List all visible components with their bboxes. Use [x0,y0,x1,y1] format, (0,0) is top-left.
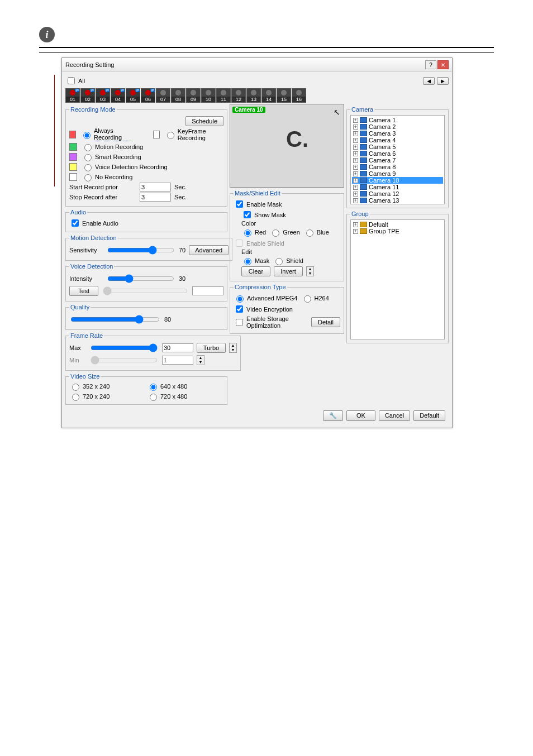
tool-button[interactable]: 🔧 [323,410,343,421]
smart-recording-option[interactable]: Smart Recording [82,152,141,161]
test-button[interactable]: Test [69,286,98,296]
ok-button[interactable]: OK [346,410,375,421]
no-recording-option[interactable]: No Recording [82,173,132,181]
videosize-option-1[interactable]: 640 x 480 [147,382,223,391]
edit-mode-mask[interactable]: Mask [241,256,269,265]
expand-icon[interactable]: + [353,222,358,227]
always-recording-option[interactable]: Always Recording [80,127,132,141]
keyframe-recording-option[interactable]: KeyFrame Recording [164,128,223,141]
camera-chip-10[interactable]: 10 [201,88,216,103]
camera-chip-04[interactable]: IP04 [111,88,125,103]
expand-icon[interactable]: + [353,178,358,183]
videosize-option-2[interactable]: 720 x 240 [69,392,146,401]
expand-icon[interactable]: + [353,198,358,203]
compression-advancedmpeg4[interactable]: Advanced MPEG4 [234,294,298,303]
camera-tree-item[interactable]: +Camera 13 [352,197,443,204]
videosize-option-0[interactable]: 352 x 240 [69,382,146,391]
camera-tree-item[interactable]: +Camera 9 [352,170,443,177]
help-button[interactable]: ? [425,60,436,69]
group-tree-item[interactable]: +Group TPE [352,228,443,235]
camera-tree-item[interactable]: +Camera 2 [352,123,443,130]
camera-tree-item[interactable]: +Camera 3 [352,130,443,137]
camera-chip-12[interactable]: 12 [231,88,246,103]
expand-icon[interactable]: + [353,131,358,136]
advanced-button[interactable]: Advanced [189,245,229,255]
camera-chip-02[interactable]: IP02 [80,88,95,103]
edit-mode-shield[interactable]: Shield [273,256,303,265]
camera-tree[interactable]: +Camera 1+Camera 2+Camera 3+Camera 4+Cam… [350,115,445,204]
expand-icon[interactable]: + [353,125,358,130]
camera-chip-13[interactable]: 13 [246,88,261,103]
mask-color-blue[interactable]: Blue [303,228,329,237]
turbo-button[interactable]: Turbo [197,343,226,353]
camera-tree-item[interactable]: +Camera 7 [352,157,443,164]
sensitivity-slider[interactable] [107,246,174,255]
expand-icon[interactable]: + [353,138,358,143]
compression-h264[interactable]: H264 [301,294,329,303]
camera-tree-item[interactable]: +Camera 14 [352,204,443,204]
expand-icon[interactable]: + [353,171,358,176]
camera-chip-11[interactable]: 11 [216,88,231,103]
group-tree-item[interactable]: +Defualt [352,221,443,228]
clear-button[interactable]: Clear [241,266,270,276]
expand-icon[interactable]: + [353,145,358,150]
camera-tree-item[interactable]: +Camera 4 [352,137,443,143]
group-tree[interactable]: +Defualt+Group TPE [350,219,445,339]
camera-chip-05[interactable]: IP05 [126,88,140,103]
motion-recording-option[interactable]: Motion Recording [82,142,143,151]
camera-chip-08[interactable]: 08 [171,88,185,103]
camera-tree-item[interactable]: +Camera 5 [352,143,443,150]
all-checkbox-input[interactable] [68,77,75,84]
stop-record-after-input[interactable] [140,193,171,202]
enable-shield-checkbox[interactable]: Enable Shield [234,238,340,248]
camera-tree-item[interactable]: +Camera 1 [352,117,443,123]
default-button[interactable]: Default [413,410,445,421]
camera-chip-01[interactable]: IP01 [65,88,80,103]
camera-chip-06[interactable]: IP06 [141,88,155,103]
schedule-button[interactable]: Schedule [185,116,223,126]
camera-chip-09[interactable]: 09 [186,88,201,103]
mask-spinner[interactable]: ▲▼ [306,266,314,276]
expand-icon[interactable]: + [353,118,358,123]
camera-chip-15[interactable]: 15 [277,88,291,103]
max-fps-input[interactable] [162,343,193,352]
video-encryption-checkbox[interactable]: Video Encryption [234,304,340,314]
videosize-option-3[interactable]: 720 x 480 [147,392,223,401]
invert-button[interactable]: Invert [274,266,303,276]
expand-icon[interactable]: + [353,229,358,234]
camera-chip-07[interactable]: 07 [156,88,170,103]
start-record-prior-input[interactable] [140,183,171,192]
voice-recording-option[interactable]: Voice Detection Recording [82,162,168,171]
expand-icon[interactable]: + [353,185,358,190]
camera-chip-03[interactable]: IP03 [96,88,110,103]
expand-icon[interactable]: + [353,158,358,163]
show-mask-checkbox[interactable]: Show Mask [241,209,340,220]
expand-icon[interactable]: + [353,151,358,156]
quality-slider[interactable] [70,315,160,324]
mask-color-red[interactable]: Red [241,228,266,237]
camera-preview[interactable]: Camera 10 C. ↖ [230,104,344,188]
camera-tree-item[interactable]: +Camera 8 [352,164,443,170]
camera-tree-item[interactable]: +Camera 12 [352,190,443,197]
camera-tree-item[interactable]: +Camera 6 [352,150,443,157]
camera-chip-16[interactable]: 16 [292,88,306,103]
camera-tree-item[interactable]: +Camera 10 [352,177,443,184]
intensity-slider[interactable] [107,274,174,283]
camera-icon [360,198,367,203]
close-button[interactable]: ✕ [437,60,449,69]
all-checkbox[interactable]: All [65,75,85,86]
nav-right-button[interactable]: ► [437,77,449,85]
detail-button[interactable]: Detail [311,317,340,327]
enable-audio-checkbox[interactable]: Enable Audio [69,218,223,228]
cancel-button[interactable]: Cancel [379,410,410,421]
camera-chip-14[interactable]: 14 [261,88,276,103]
expand-icon[interactable]: + [353,165,358,170]
none-swatch [69,173,77,181]
storage-optimization-checkbox[interactable]: Enable Storage Optimization [234,315,308,329]
enable-mask-checkbox[interactable]: Enable Mask [234,199,340,209]
max-fps-slider[interactable] [91,343,158,352]
mask-color-green[interactable]: Green [269,228,300,237]
nav-left-button[interactable]: ◄ [423,77,435,85]
camera-tree-item[interactable]: +Camera 11 [352,184,443,190]
expand-icon[interactable]: + [353,192,358,197]
